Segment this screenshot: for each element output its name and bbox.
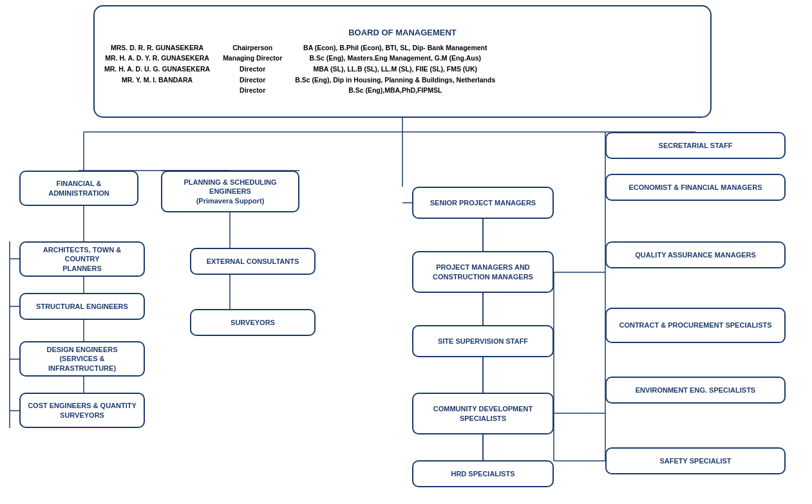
board-members: MRS. D. R. R. GUNASEKERA MR. H. A. D. Y.…	[104, 44, 495, 95]
hrd-box: HRD SPECIALISTS	[412, 460, 554, 487]
member-5-qual: B.Sc (Eng),MBA,PhD,FIPMSL	[295, 86, 495, 95]
planning-box: PLANNING & SCHEDULING ENGINEERS(Primaver…	[161, 171, 299, 212]
economist-label: ECONOMIST & FINANCIAL MANAGERS	[629, 183, 762, 192]
site-sup-box: SITE SUPERVISION STAFF	[412, 325, 554, 357]
planning-label: PLANNING & SCHEDULING ENGINEERS(Primaver…	[167, 178, 293, 205]
qa-label: QUALITY ASSURANCE MANAGERS	[635, 250, 756, 259]
contract-label: CONTRACT & PROCUREMENT SPECIALISTS	[619, 321, 771, 330]
member-2-name: MR. H. A. D. Y. R. GUNASEKERA	[104, 54, 210, 63]
env-eng-label: ENVIRONMENT ENG. SPECIALISTS	[636, 386, 755, 395]
economist-box: ECONOMIST & FINANCIAL MANAGERS	[605, 174, 786, 201]
member-3-role: Director	[223, 65, 282, 74]
cost-eng-box: COST ENGINEERS & QUANTITYSURVEYORS	[19, 393, 145, 428]
member-2-qual: B.Sc (Eng), Masters.Eng Management, G.M …	[295, 54, 495, 63]
surveyors-box: SURVEYORS	[190, 309, 316, 336]
community-label: COMMUNITY DEVELOPMENTSPECIALISTS	[433, 404, 533, 423]
member-3-qual: MBA (SL), LL.B (SL), LL.M (SL), FIIE (SL…	[295, 65, 495, 74]
secretarial-box: SECRETARIAL STAFF	[605, 132, 786, 159]
site-sup-label: SITE SUPERVISION STAFF	[438, 337, 528, 346]
external-box: EXTERNAL CONSULTANTS	[190, 248, 316, 275]
design-eng-label: DESIGN ENGINEERS(SERVICES & INFRASTRUCTU…	[26, 345, 138, 373]
env-eng-box: ENVIRONMENT ENG. SPECIALISTS	[605, 377, 786, 404]
contract-box: CONTRACT & PROCUREMENT SPECIALISTS	[605, 308, 786, 343]
financial-label: FINANCIAL &ADMINISTRATION	[48, 179, 109, 198]
board-box: BOARD OF MANAGEMENT MRS. D. R. R. GUNASE…	[93, 5, 712, 118]
senior-pm-box: SENIOR PROJECT MANAGERS	[412, 187, 554, 219]
senior-pm-label: SENIOR PROJECT MANAGERS	[430, 198, 536, 207]
member-1-name: MRS. D. R. R. GUNASEKERA	[104, 44, 210, 53]
board-roles-col: Chairperson Managing Director Director D…	[223, 44, 282, 95]
board-names-col: MRS. D. R. R. GUNASEKERA MR. H. A. D. Y.…	[104, 44, 210, 95]
structural-box: STRUCTURAL ENGINEERS	[19, 293, 145, 320]
member-5-role: Director	[223, 86, 282, 95]
community-box: COMMUNITY DEVELOPMENTSPECIALISTS	[412, 393, 554, 434]
architects-box: ARCHITECTS, TOWN & COUNTRYPLANNERS	[19, 241, 145, 277]
member-4-qual: B.Sc (Eng), Dip in Housing, Planning & B…	[295, 76, 495, 85]
safety-label: SAFETY SPECIALIST	[659, 456, 731, 465]
hrd-label: HRD SPECIALISTS	[451, 469, 515, 478]
board-quals-col: BA (Econ), B.Phil (Econ), BTI, SL, Dip- …	[295, 44, 495, 95]
board-title: BOARD OF MANAGEMENT	[104, 28, 701, 39]
pm-cm-label: PROJECT MANAGERS ANDCONSTRUCTION MANAGER…	[433, 263, 533, 281]
structural-label: STRUCTURAL ENGINEERS	[36, 302, 128, 311]
financial-box: FINANCIAL &ADMINISTRATION	[19, 171, 138, 206]
surveyors-label: SURVEYORS	[231, 318, 275, 327]
pm-cm-box: PROJECT MANAGERS ANDCONSTRUCTION MANAGER…	[412, 251, 554, 293]
secretarial-label: SECRETARIAL STAFF	[659, 141, 733, 150]
member-3-name: MR. H. A. D. U. G. GUNASEKERA	[104, 65, 210, 74]
member-4-name: MR. Y. M. I. BANDARA	[104, 76, 210, 85]
external-label: EXTERNAL CONSULTANTS	[207, 257, 299, 266]
cost-eng-label: COST ENGINEERS & QUANTITYSURVEYORS	[28, 401, 137, 420]
member-4-role: Director	[223, 76, 282, 85]
member-1-qual: BA (Econ), B.Phil (Econ), BTI, SL, Dip- …	[295, 44, 495, 53]
qa-box: QUALITY ASSURANCE MANAGERS	[605, 241, 786, 268]
member-1-role: Chairperson	[223, 44, 282, 53]
safety-box: SAFETY SPECIALIST	[605, 447, 786, 474]
org-chart: BOARD OF MANAGEMENT MRS. D. R. R. GUNASE…	[0, 0, 812, 504]
architects-label: ARCHITECTS, TOWN & COUNTRYPLANNERS	[26, 245, 138, 273]
design-eng-box: DESIGN ENGINEERS(SERVICES & INFRASTRUCTU…	[19, 341, 145, 377]
member-2-role: Managing Director	[223, 54, 282, 63]
